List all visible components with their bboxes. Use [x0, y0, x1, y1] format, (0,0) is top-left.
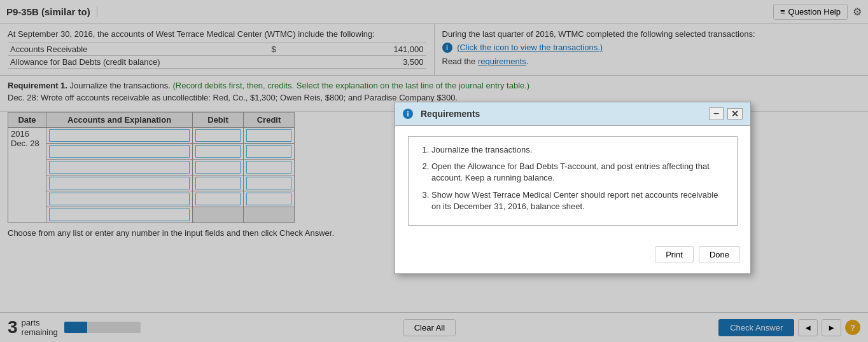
modal-header: i Requirements − ✕	[395, 102, 750, 126]
done-button[interactable]: Done	[699, 246, 740, 263]
req-item-3: Show how West Terrace Medical Center sho…	[431, 190, 718, 211]
req-item-2: Open the Allowance for Bad Debts T-accou…	[431, 161, 710, 182]
req-item-1: Journalize the transactions.	[431, 145, 532, 154]
modal-header-left: i Requirements	[403, 109, 480, 119]
requirements-box: Journalize the transactions. Open the Al…	[408, 136, 738, 226]
modal-info-icon: i	[403, 109, 413, 119]
list-item: Show how West Terrace Medical Center sho…	[431, 189, 727, 212]
modal-body: Journalize the transactions. Open the Al…	[395, 126, 750, 246]
list-item: Open the Allowance for Bad Debts T-accou…	[431, 161, 727, 184]
list-item: Journalize the transactions.	[431, 144, 727, 156]
modal-minimize-button[interactable]: −	[709, 107, 724, 120]
print-button[interactable]: Print	[655, 246, 694, 263]
modal-close-button[interactable]: ✕	[727, 108, 743, 120]
requirements-modal: i Requirements − ✕ Journalize the transa…	[395, 102, 751, 274]
modal-footer: Print Done	[395, 246, 750, 273]
modal-title: Requirements	[421, 109, 480, 119]
requirements-list: Journalize the transactions. Open the Al…	[419, 144, 727, 212]
modal-header-right: − ✕	[709, 107, 743, 120]
